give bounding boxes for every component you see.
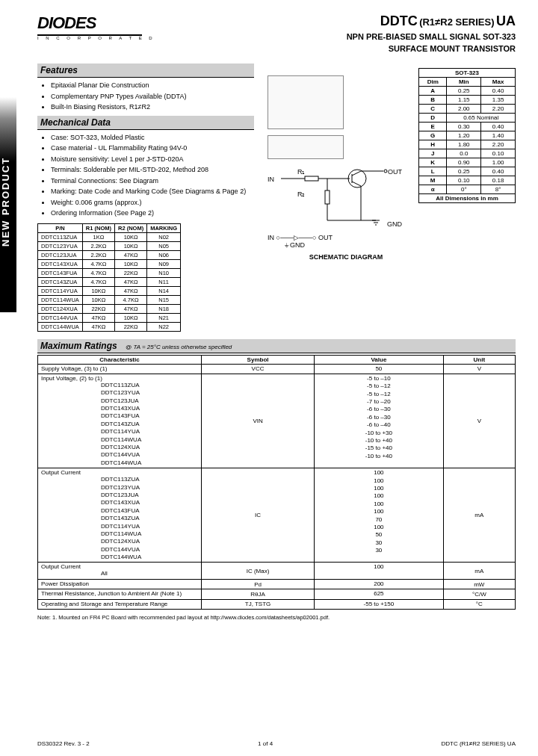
pkg-cell: α xyxy=(419,185,447,194)
package-side-view xyxy=(268,135,344,159)
pkg-row: L0.250.40 xyxy=(419,167,516,176)
dimensions-table: SOT-323DimMinMax A0.250.40B1.151.35C2.00… xyxy=(418,68,516,203)
feature-item: Built-In Biasing Resistors, R1≠R2 xyxy=(51,102,254,113)
pn-cell: N22 xyxy=(147,322,181,331)
pn-row: DDTC113ZUA1KΩ10KΩN02 xyxy=(38,232,181,241)
svg-rect-1 xyxy=(305,176,318,181)
footnote: Note: 1. Mounted on FR4 PC Board with re… xyxy=(37,614,516,621)
title-prefix: DDTC xyxy=(380,13,418,28)
mr-header: Unit xyxy=(443,355,515,364)
pn-cell: 47KΩ xyxy=(115,277,147,286)
pkg-row: B1.151.35 xyxy=(419,96,516,105)
pn-cell: DDTC113ZUA xyxy=(38,232,83,241)
features-heading: Features xyxy=(37,63,254,78)
pn-cell: N10 xyxy=(147,268,181,277)
footer-center: 1 of 4 xyxy=(258,740,273,747)
mr-value: 200 xyxy=(315,579,444,589)
pkg-footer: All Dimensions in mm xyxy=(419,194,516,203)
pkg-row: H1.802.20 xyxy=(419,140,516,149)
mech-item: Marking: Date Code and Marking Code (See… xyxy=(51,187,254,197)
pkg-cell: D xyxy=(419,114,447,123)
pn-cell: 4.7KΩ xyxy=(82,268,114,277)
subtitle-1: NPN PRE-BIASED SMALL SIGNAL SOT-323 xyxy=(347,32,516,41)
pn-row: DDTC123YUA2.2KΩ10KΩN05 xyxy=(38,241,181,250)
pn-cell: 4.7KΩ xyxy=(115,295,147,304)
pkg-cell: C xyxy=(419,105,447,114)
pn-cell: N15 xyxy=(147,295,181,304)
mech-item: Terminals: Solderable per MIL-STD-202, M… xyxy=(51,165,254,176)
mr-row: Supply Voltage, (3) to (1)VCC50V xyxy=(38,364,516,374)
pn-cell: 22KΩ xyxy=(115,268,147,277)
mr-row: Power DissipationPd200mW xyxy=(38,579,516,589)
pn-cell: 47KΩ xyxy=(115,304,147,313)
mr-symbol: TJ, TSTG xyxy=(202,599,315,609)
label-in2: IN xyxy=(268,234,274,241)
mech-item: Weight: 0.006 grams (approx.) xyxy=(51,198,254,208)
svg-rect-4 xyxy=(325,190,330,204)
pkg-cell: A xyxy=(419,87,447,96)
partnumber-table: P/NR1 (NOM)R2 (NOM)MARKINGDDTC113ZUA1KΩ1… xyxy=(37,223,181,332)
pn-row: DDTC114YUA10KΩ47KΩN14 xyxy=(38,286,181,295)
pn-row: DDTC143ZUA4.7KΩ47KΩN11 xyxy=(38,277,181,286)
pn-cell: 10KΩ xyxy=(82,286,114,295)
mr-char: Input Voltage, (2) to (1)DDTC113ZUADDTC1… xyxy=(38,374,202,468)
pn-cell: 10KΩ xyxy=(115,259,147,268)
pn-cell: DDTC144WUA xyxy=(38,322,83,331)
pkg-row: D0.65 Nominal xyxy=(419,114,516,123)
pkg-cell: B xyxy=(419,96,447,105)
mr-symbol: VCC xyxy=(202,364,315,374)
pkg-cell: 0.40 xyxy=(481,87,516,96)
pn-cell: DDTC114WUA xyxy=(38,295,83,304)
pkg-cell: 0.30 xyxy=(447,123,481,131)
pkg-row: M0.100.18 xyxy=(419,176,516,185)
package-drawings: IN R₁ R₂ OUT GND IN ○——▷——○ OUT ⏚ GND SC… xyxy=(268,75,424,261)
pn-row: DDTC144VUA47KΩ10KΩN21 xyxy=(38,313,181,322)
mr-value: -5 to –10-5 to –12-5 to –12-7 to –20-6 t… xyxy=(315,374,444,468)
pn-cell: N05 xyxy=(147,241,181,250)
pkg-row: α0°8° xyxy=(419,185,516,194)
mr-symbol: IC (Max) xyxy=(202,563,315,579)
pkg-cell: 1.15 xyxy=(447,96,481,105)
pn-cell: N11 xyxy=(147,277,181,286)
pn-cell: 2.2KΩ xyxy=(82,241,114,250)
svg-line-9 xyxy=(352,171,361,176)
mr-value: 625 xyxy=(315,589,444,599)
left-column: Features Epitaxial Planar Die Constructi… xyxy=(37,61,254,332)
pkg-cell: 2.20 xyxy=(481,105,516,114)
mr-char: Thermal Resistance, Junction to Ambient … xyxy=(38,589,202,599)
pn-cell: DDTC143XUA xyxy=(38,259,83,268)
mech-item: Moisture sensitivity: Level 1 per J-STD-… xyxy=(51,155,254,165)
pn-row: DDTC114WUA10KΩ4.7KΩN15 xyxy=(38,295,181,304)
pn-row: DDTC123JUA2.2KΩ47KΩN06 xyxy=(38,250,181,259)
pkg-cell: M xyxy=(419,176,447,185)
pn-cell: N14 xyxy=(147,286,181,295)
mr-value: -55 to +150 xyxy=(315,599,444,609)
pkg-title: SOT-323 xyxy=(419,69,516,78)
svg-line-10 xyxy=(352,182,361,186)
pkg-cell: 0.25 xyxy=(447,167,481,176)
top-row: Features Epitaxial Planar Die Constructi… xyxy=(37,61,516,332)
maxratings-heading: Maximum Ratings @ TA = 25°C unless other… xyxy=(37,339,516,353)
mechdata-list: Case: SOT-323, Molded PlasticCase materi… xyxy=(37,133,254,219)
pkg-cell: 0.90 xyxy=(447,158,481,167)
mr-symbol: IC xyxy=(202,468,315,563)
logo: DIODES I N C O R P O R A T E D xyxy=(37,13,155,40)
mr-row: Output CurrentAllIC (Max)100mA xyxy=(38,563,516,579)
subtitle-2: SURFACE MOUNT TRANSISTOR xyxy=(347,44,516,53)
pkg-header: Min xyxy=(447,78,481,87)
datasheet-page: NEW PRODUCT DIODES I N C O R P O R A T E… xyxy=(0,0,538,756)
mr-symbol: VIN xyxy=(202,374,315,468)
mr-unit: V xyxy=(443,364,515,374)
pn-cell: 22KΩ xyxy=(115,322,147,331)
pn-header: R1 (NOM) xyxy=(82,223,114,232)
pn-cell: DDTC114YUA xyxy=(38,286,83,295)
content: Features Epitaxial Planar Die Constructi… xyxy=(0,61,538,621)
label-gnd2: GND xyxy=(290,241,305,249)
pkg-cell: 0.10 xyxy=(481,149,516,158)
pkg-cell: 1.40 xyxy=(481,131,516,140)
pn-cell: N18 xyxy=(147,304,181,313)
pn-cell: DDTC143FUA xyxy=(38,268,83,277)
mr-unit: mA xyxy=(443,468,515,563)
pkg-row: G1.201.40 xyxy=(419,131,516,140)
right-column: IN R₁ R₂ OUT GND IN ○——▷——○ OUT ⏚ GND SC… xyxy=(260,61,516,332)
